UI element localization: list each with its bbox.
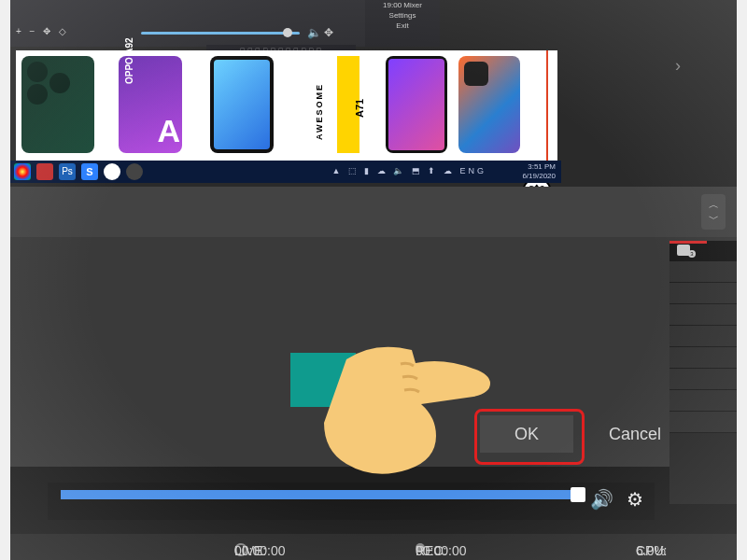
badge-count: 3 xyxy=(688,250,696,258)
source-toolbar: + − ✥ ◇ 🔈 ✥ 19:00 Mixer Settings Exit xyxy=(10,0,440,47)
list-item[interactable] xyxy=(669,369,737,390)
speaker-icon[interactable]: 🔈 ✥ xyxy=(307,26,333,39)
move-down-icon[interactable]: ﹀ xyxy=(701,212,726,226)
right-tab[interactable]: 3 xyxy=(669,241,737,261)
list-item[interactable] xyxy=(669,326,737,347)
taskbar-clock[interactable]: 3:51 PM6/19/2020 xyxy=(522,162,556,181)
mini-volume-slider[interactable] xyxy=(141,32,300,35)
app-icon[interactable] xyxy=(36,163,53,180)
gear-icon[interactable]: ⚙ xyxy=(627,488,643,511)
red-margin-line xyxy=(546,50,548,161)
menu-item[interactable]: 19:00 Mixer xyxy=(365,0,440,10)
a71-label: A71 xyxy=(354,99,365,118)
cancel-button[interactable]: Cancel xyxy=(584,415,686,453)
awesome-text: AWESOME xyxy=(315,83,324,140)
windows-taskbar: Ps S ▲ ⬚ ▮ ☁ 🔈 ⬒ ⬆ ☁ ENG 3:51 PM6/19/202… xyxy=(10,161,561,183)
dropdown-menu[interactable]: 19:00 Mixer Settings Exit xyxy=(365,0,440,47)
transition-strip: 🔊 ⚙ xyxy=(48,483,655,520)
right-sidebar xyxy=(669,261,737,504)
list-item[interactable] xyxy=(669,261,737,283)
reorder-buttons[interactable]: ︿ ﹀ xyxy=(701,194,726,230)
list-item[interactable] xyxy=(669,304,737,326)
photoshop-icon[interactable]: Ps xyxy=(59,163,76,180)
list-item[interactable] xyxy=(669,283,737,304)
status-bar: LIVE: 00:00:00 REC: 00:00:00 CPU: 6.0% xyxy=(10,534,737,560)
system-tray[interactable]: ▲ ⬚ ▮ ☁ 🔈 ⬒ ⬆ ☁ ENG xyxy=(332,166,486,175)
move-up-icon[interactable]: ︿ xyxy=(701,198,726,212)
captured-browser-window: OPPO A92 A AWESOME A71 ĐỘC QUYỀN xyxy=(16,50,557,161)
chevron-right-icon[interactable]: › xyxy=(675,56,681,76)
list-item[interactable] xyxy=(669,347,737,369)
ok-button[interactable]: OK xyxy=(480,415,573,453)
menu-item[interactable]: Exit xyxy=(365,21,440,31)
panel-header: ︿ ﹀ xyxy=(10,187,737,237)
chrome-icon[interactable] xyxy=(14,163,31,180)
phone-purple xyxy=(386,56,447,153)
volume-icon[interactable]: 🔊 xyxy=(590,488,613,511)
list-item[interactable] xyxy=(669,390,737,412)
phone-oppo-a92: OPPO A92 A xyxy=(119,56,182,153)
phone-big-letter: A xyxy=(157,113,180,149)
snagit-icon[interactable]: S xyxy=(81,163,98,180)
phone-orange-blue xyxy=(458,56,520,153)
source-controls[interactable]: + − ✥ ◇ xyxy=(16,26,69,36)
slider-thumb[interactable] xyxy=(571,487,585,502)
phone-blue-gradient xyxy=(210,56,274,153)
phone-iphone xyxy=(21,56,94,153)
preview-area: + − ✥ ◇ 🔈 ✥ 19:00 Mixer Settings Exit □ … xyxy=(10,0,737,187)
phone-a71: AWESOME A71 xyxy=(296,56,359,153)
progress-slider[interactable] xyxy=(61,490,584,499)
obs-window: + − ✥ ◇ 🔈 ✥ 19:00 Mixer Settings Exit □ … xyxy=(10,0,737,560)
obs-icon[interactable] xyxy=(126,163,143,180)
menu-item[interactable]: Settings xyxy=(365,10,440,21)
round-app-icon[interactable] xyxy=(104,163,120,180)
phone-label: OPPO A92 xyxy=(124,37,134,84)
